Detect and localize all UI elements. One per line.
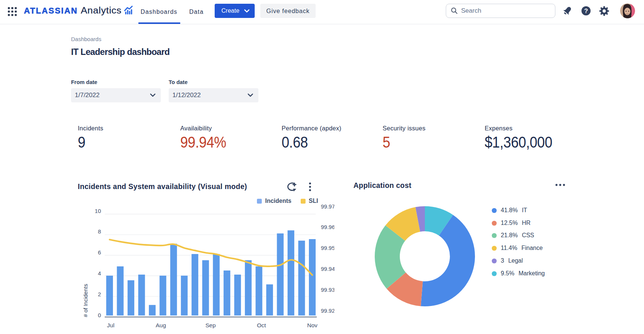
svg-text:Nov: Nov: [307, 322, 318, 328]
svg-text:6: 6: [98, 249, 101, 256]
svg-text:99.96: 99.96: [321, 224, 334, 230]
svg-text:2: 2: [98, 291, 101, 297]
svg-text:0: 0: [98, 312, 101, 318]
svg-text:99.92: 99.92: [321, 307, 334, 314]
svg-text:Sep: Sep: [205, 322, 216, 328]
svg-text:Oct: Oct: [257, 322, 266, 328]
svg-text:99.94: 99.94: [321, 266, 334, 272]
svg-text:Aug: Aug: [156, 322, 166, 328]
svg-text:99.93: 99.93: [321, 287, 334, 293]
svg-text:99.95: 99.95: [321, 245, 334, 251]
svg-text:10: 10: [95, 208, 101, 214]
svg-text:99.97: 99.97: [321, 203, 334, 210]
svg-text:4: 4: [98, 270, 101, 276]
svg-text:8: 8: [98, 228, 101, 235]
svg-text:?: ?: [584, 7, 588, 14]
svg-text:Jul: Jul: [107, 322, 114, 328]
